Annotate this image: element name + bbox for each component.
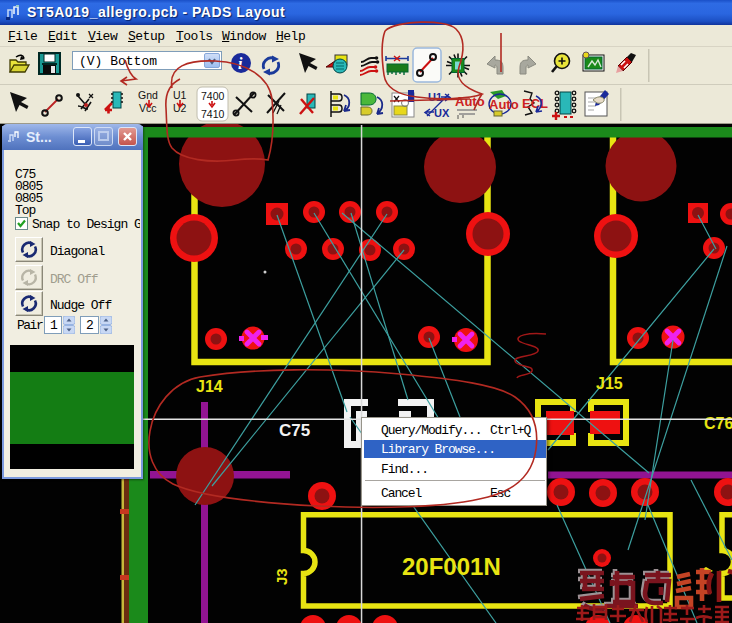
- svg-text:U1: U1: [428, 91, 442, 103]
- svg-text:Vcc: Vcc: [139, 102, 157, 114]
- svg-text:J15: J15: [596, 375, 623, 392]
- svg-text:C75: C75: [279, 421, 310, 440]
- svg-text:7400: 7400: [201, 90, 225, 102]
- svg-text:7410: 7410: [201, 108, 225, 120]
- svg-text:UX: UX: [434, 107, 450, 119]
- svg-text:ECL: ECL: [522, 96, 548, 111]
- svg-text:C76: C76: [704, 415, 732, 432]
- svg-text:Auto: Auto: [455, 94, 485, 109]
- svg-text:J3: J3: [273, 568, 290, 585]
- svg-text:Auto: Auto: [489, 97, 519, 112]
- svg-text:U1: U1: [173, 89, 187, 101]
- svg-text:20F001N: 20F001N: [402, 553, 501, 580]
- svg-text:i: i: [238, 55, 243, 72]
- svg-text:Gnd: Gnd: [138, 89, 158, 101]
- svg-text:J14: J14: [196, 378, 223, 395]
